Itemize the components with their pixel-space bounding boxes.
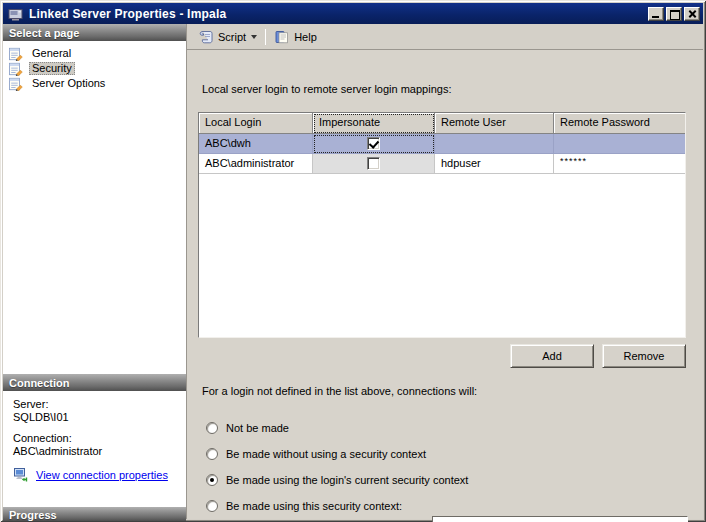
table-row[interactable]: ABC\dwh — [199, 134, 685, 154]
script-button-label: Script — [218, 31, 246, 43]
progress-header: Progress — [3, 507, 186, 521]
page-icon — [9, 47, 23, 61]
sidebar: Select a page Genera — [3, 24, 187, 519]
radio-option-without-security-context[interactable]: Be made without using a security context — [206, 447, 426, 461]
fallback-label: For a login not defined in the list abov… — [202, 385, 477, 397]
page-list: General Security — [3, 41, 186, 374]
help-button[interactable]: Help — [270, 27, 321, 47]
sidebar-item-label: General — [29, 47, 74, 60]
table-row[interactable]: ABC\administrator hdpuser ****** — [199, 154, 685, 174]
connection-label: Connection: — [13, 432, 186, 445]
window-title: Linked Server Properties - Impala — [29, 7, 646, 21]
impersonate-cell[interactable] — [313, 134, 435, 154]
main-panel: Script Help — [187, 24, 703, 519]
radio-label: Be made using this security context: — [226, 500, 402, 512]
help-icon — [274, 29, 290, 45]
radio-label: Not be made — [226, 422, 289, 434]
server-value: SQLDB\I01 — [13, 411, 186, 424]
connection-properties-icon — [13, 467, 29, 483]
script-button[interactable]: Script — [194, 27, 261, 47]
security-page-content: Local server login to remote server logi… — [187, 50, 703, 519]
title-bar[interactable]: Linked Server Properties - Impala — [3, 3, 703, 24]
login-mappings-table[interactable]: Local Login Impersonate Remote User Remo… — [198, 112, 686, 338]
impersonate-cell[interactable] — [313, 154, 435, 174]
toolbar: Script Help — [187, 24, 703, 50]
connection-header: Connection — [3, 374, 186, 391]
script-icon — [198, 29, 214, 45]
help-button-label: Help — [294, 31, 317, 43]
radio-icon[interactable] — [206, 474, 218, 486]
close-button[interactable] — [684, 7, 700, 21]
minimize-button[interactable] — [648, 7, 664, 21]
maximize-button[interactable] — [666, 7, 682, 21]
mappings-label: Local server login to remote server logi… — [202, 83, 451, 95]
sidebar-item-label: Security — [29, 62, 75, 75]
page-icon — [9, 77, 23, 91]
local-login-cell[interactable]: ABC\administrator — [199, 154, 313, 174]
remote-user-cell[interactable]: hdpuser — [435, 154, 554, 174]
impersonate-checkbox[interactable] — [367, 157, 380, 170]
local-login-cell[interactable]: ABC\dwh — [199, 134, 313, 154]
table-empty-area — [199, 174, 685, 337]
table-header-row: Local Login Impersonate Remote User Remo… — [199, 113, 685, 134]
radio-icon[interactable] — [206, 448, 218, 460]
column-header-local-login[interactable]: Local Login — [199, 113, 313, 134]
remote-password-cell[interactable] — [554, 134, 685, 154]
radio-label: Be made without using a security context — [226, 448, 426, 460]
connection-value: ABC\administrator — [13, 445, 186, 458]
sidebar-item-server-options[interactable]: Server Options — [3, 76, 186, 91]
sidebar-item-label: Server Options — [29, 77, 108, 90]
remove-button[interactable]: Remove — [602, 344, 686, 368]
radio-label: Be made using the login's current securi… — [226, 474, 468, 486]
dropdown-arrow-icon — [251, 35, 257, 39]
add-button[interactable]: Add — [510, 344, 594, 368]
column-header-remote-user[interactable]: Remote User — [435, 113, 554, 134]
connection-section: Server: SQLDB\I01 Connection: ABC\admini… — [3, 391, 186, 507]
sidebar-item-security[interactable]: Security — [3, 61, 186, 76]
security-context-input[interactable] — [432, 516, 688, 522]
linked-server-properties-dialog: Linked Server Properties - Impala Select… — [0, 0, 706, 522]
page-icon — [9, 62, 23, 76]
radio-option-not-be-made[interactable]: Not be made — [206, 421, 289, 435]
toolbar-separator — [265, 29, 266, 45]
select-a-page-header: Select a page — [3, 24, 186, 41]
radio-icon[interactable] — [206, 500, 218, 512]
remote-password-cell[interactable]: ****** — [554, 154, 685, 174]
impersonate-checkbox[interactable] — [367, 137, 380, 150]
radio-option-this-security-context[interactable]: Be made using this security context: — [206, 499, 402, 513]
sidebar-item-general[interactable]: General — [3, 46, 186, 61]
column-header-impersonate[interactable]: Impersonate — [313, 113, 435, 134]
radio-option-current-security-context[interactable]: Be made using the login's current securi… — [206, 473, 468, 487]
view-connection-properties-link[interactable]: View connection properties — [36, 469, 168, 481]
column-header-remote-password[interactable]: Remote Password — [554, 113, 685, 134]
window-icon — [8, 6, 24, 22]
server-label: Server: — [13, 398, 186, 411]
radio-icon[interactable] — [206, 422, 218, 434]
remote-user-cell[interactable] — [435, 134, 554, 154]
